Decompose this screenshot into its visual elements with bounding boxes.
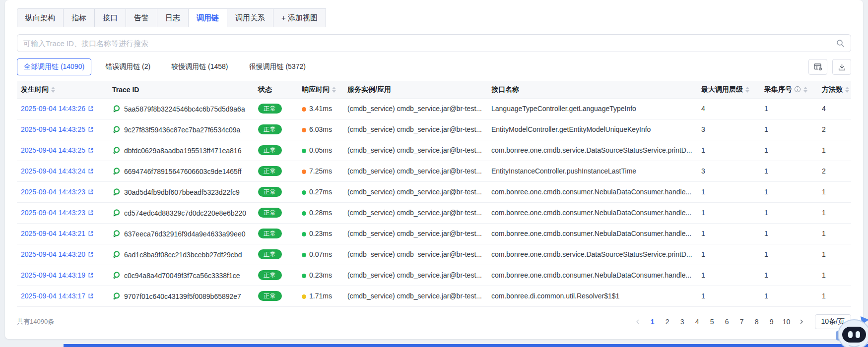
interface-name: com.bonree.one.cmdb.consumer.NebulaDataC… (487, 202, 697, 223)
assistant-robot-mascot[interactable] (836, 314, 868, 347)
interface-name: com.bonree.one.cmdb.consumer.NebulaDataC… (487, 223, 697, 244)
page-number-button[interactable]: 2 (661, 315, 674, 328)
duration-dot (302, 128, 306, 132)
trace-time: 2025-09-04 14:43:23 (21, 188, 85, 196)
trace-id: 9707f01c640c43139f5f0089b65892e7 (124, 292, 241, 300)
method-count: 1 (818, 140, 851, 161)
column-header: 状态 (254, 81, 298, 98)
column-header[interactable]: 采集序号 (760, 81, 818, 98)
external-link-icon (88, 272, 94, 278)
table-row[interactable]: 2025-09-04 14:43:24 6694746f789156476066… (17, 161, 851, 181)
table-row[interactable]: 2025-09-04 14:43:23 cd574edc4d88329c7d0d… (17, 202, 851, 223)
search-input[interactable] (23, 39, 836, 48)
collect-sequence: 1 (760, 223, 818, 244)
next-page-button[interactable] (795, 315, 808, 328)
duration-dot (302, 170, 306, 174)
trace-icon (112, 230, 121, 238)
method-count: 1 (818, 244, 851, 265)
table-row[interactable]: 2025-09-04 14:43:20 6ad1c8ba9f08cc21d3bc… (17, 244, 851, 265)
view-tab[interactable]: 纵向架构 (17, 8, 64, 27)
page-number-button[interactable]: 8 (750, 315, 763, 328)
sort-carets-icon[interactable] (332, 87, 336, 93)
trace-time-link[interactable]: 2025-09-04 14:43:24 (21, 167, 94, 175)
table-row[interactable]: 2025-09-04 14:43:21 637eeca76d32916f9d4a… (17, 223, 851, 244)
max-call-depth: 3 (697, 119, 760, 140)
search-icon[interactable] (836, 39, 845, 48)
interface-name: com.bonree.one.cmdb.service.DataSourceSt… (487, 244, 697, 265)
view-tab[interactable]: 指标 (63, 8, 95, 27)
column-header[interactable]: 发生时间 (17, 81, 108, 98)
column-header[interactable]: 最大调用层级 (697, 81, 760, 98)
trace-filter-tab[interactable]: 错误调用链 (2) (98, 58, 157, 75)
trace-id: 30ad5d4fb9dbf607bbeadf5323d22fc9 (124, 188, 240, 196)
trace-id: 5aa5879f8b3224546bc4c6b75d5d9a6a (124, 105, 245, 113)
column-header[interactable]: 响应时间 (298, 81, 343, 98)
trace-icon (112, 146, 121, 155)
column-header-label: 服务实例/应用 (347, 85, 391, 93)
prev-page-button[interactable] (631, 315, 644, 328)
trace-time-link[interactable]: 2025-09-04 14:43:17 (21, 292, 94, 300)
status-badge: 正常 (258, 145, 282, 155)
collect-sequence: 1 (760, 244, 818, 265)
info-icon[interactable] (794, 86, 801, 93)
page-number-button[interactable]: 1 (646, 315, 659, 328)
trace-time: 2025-09-04 14:43:26 (21, 105, 85, 113)
table-row[interactable]: 2025-09-04 14:43:25 9c27f83f59436c87ec7b… (17, 119, 851, 140)
page-number-button[interactable]: 7 (735, 315, 748, 328)
view-tab[interactable]: 告警 (126, 8, 157, 27)
trace-time-link[interactable]: 2025-09-04 14:43:26 (21, 105, 94, 113)
view-tab[interactable]: 日志 (157, 8, 189, 27)
view-tab[interactable]: 调用关系 (227, 8, 273, 27)
trace-filter-tabs: 全部调用链 (14090)错误调用链 (2)较慢调用链 (1458)很慢调用链 … (17, 58, 313, 75)
view-tab[interactable]: 调用链 (188, 8, 227, 27)
view-tab-label: 接口 (103, 13, 118, 22)
max-call-depth: 1 (697, 223, 760, 244)
column-header[interactable]: 方法数 (818, 81, 851, 98)
table-row[interactable]: 2025-09-04 14:43:23 30ad5d4fb9dbf607bbea… (17, 181, 851, 202)
view-tab[interactable]: 接口 (94, 8, 126, 27)
trace-filter-tab[interactable]: 很慢调用链 (5372) (242, 58, 313, 75)
interface-name: com.bonree.one.cmdb.consumer.NebulaDataC… (487, 181, 697, 202)
trace-icon (112, 209, 121, 217)
table-row[interactable]: 2025-09-04 14:43:26 5aa5879f8b3224546bc4… (17, 98, 851, 119)
sort-carets-icon[interactable] (845, 87, 849, 93)
table-row[interactable]: 2025-09-04 14:43:19 c0c94a8a4d70049f3f7c… (17, 265, 851, 286)
column-settings-button[interactable] (808, 59, 827, 75)
trace-time-link[interactable]: 2025-09-04 14:43:25 (21, 125, 94, 133)
trace-time-link[interactable]: 2025-09-04 14:43:23 (21, 188, 94, 196)
duration-value: 6.03ms (309, 125, 332, 133)
view-tab-label: 告警 (134, 13, 149, 22)
service-instance: (cmdb_service) cmdb_service.jar@br-test.… (343, 265, 487, 286)
trace-time-link[interactable]: 2025-09-04 14:43:23 (21, 209, 94, 217)
page-number-button[interactable]: 6 (721, 315, 734, 328)
trace-time-link[interactable]: 2025-09-04 14:43:25 (21, 146, 94, 154)
sort-carets-icon[interactable] (745, 87, 749, 93)
trace-time: 2025-09-04 14:43:21 (21, 230, 85, 237)
trace-time-link[interactable]: 2025-09-04 14:43:20 (21, 250, 94, 258)
add-view-tab[interactable]: + 添加视图 (273, 8, 326, 27)
table-row[interactable]: 2025-09-04 14:43:25 dbfdc0629a8aadba1955… (17, 140, 851, 161)
page-number-button[interactable]: 10 (780, 315, 793, 328)
sort-carets-icon[interactable] (51, 87, 55, 93)
page-number-button[interactable]: 9 (765, 315, 778, 328)
max-call-depth: 4 (697, 98, 760, 119)
sort-carets-icon[interactable] (803, 87, 807, 93)
trace-filter-tab[interactable]: 较慢调用链 (1458) (164, 58, 235, 75)
service-instance: (cmdb_service) cmdb_service.jar@br-test.… (343, 98, 487, 119)
page-number-button[interactable]: 4 (691, 315, 704, 328)
trace-time-link[interactable]: 2025-09-04 14:43:19 (21, 271, 94, 279)
interface-name: EntityModelController.getEntityModelUniq… (487, 119, 697, 140)
column-header: 服务实例/应用 (343, 81, 487, 98)
page-number-button[interactable]: 3 (676, 315, 689, 328)
table-row[interactable]: 2025-09-04 14:43:17 9707f01c640c43139f5f… (17, 286, 851, 306)
trace-time-link[interactable]: 2025-09-04 14:43:21 (21, 230, 94, 237)
trace-filter-tab[interactable]: 全部调用链 (14090) (17, 58, 91, 75)
page-number-button[interactable]: 5 (706, 315, 719, 328)
duration-value: 0.27ms (309, 188, 332, 196)
external-link-icon (88, 189, 94, 195)
download-button[interactable] (832, 59, 851, 75)
max-call-depth: 1 (697, 140, 760, 161)
trace-id: 6ad1c8ba9f08cc21d3bcebb27df29cbd (124, 251, 242, 259)
trace-time: 2025-09-04 14:43:20 (21, 250, 85, 258)
column-header-label: Trace ID (112, 86, 139, 94)
